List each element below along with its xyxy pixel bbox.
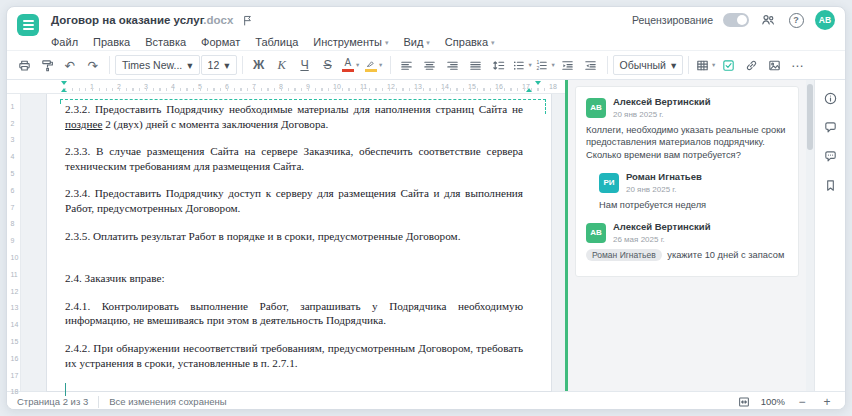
redo-button[interactable]: ↷	[82, 54, 104, 76]
paragraph[interactable]: 2.4.2. При обнаружении несоответствий тр…	[65, 341, 523, 370]
underline-button[interactable]: Ч	[294, 54, 316, 76]
right-indent-marker[interactable]	[526, 88, 532, 92]
scrollbar-thumb[interactable]	[807, 84, 813, 150]
paragraph[interactable]: 2.3.4. Предоставить Подрядчику доступ к …	[65, 186, 523, 215]
ruler-number: 5	[198, 83, 202, 90]
comment-item[interactable]: АВАлексей Вертинский26 мая 2025 г.Роман …	[586, 222, 788, 261]
insert-table-button[interactable]: ▾	[694, 54, 716, 76]
italic-button[interactable]: К	[271, 54, 293, 76]
right-sidebar-strip	[814, 80, 845, 391]
font-family-select[interactable]: Times New...▾	[115, 55, 200, 75]
menu-table[interactable]: Таблица	[255, 36, 298, 48]
align-center-button[interactable]	[419, 54, 441, 76]
comment-thread: АВАлексей Вертинский20 янв 2025 г.Коллег…	[575, 86, 799, 277]
more-tools-button[interactable]: ⋯	[786, 54, 808, 76]
print-button[interactable]	[13, 54, 35, 76]
left-indent-marker[interactable]	[61, 88, 67, 92]
text-cursor	[65, 383, 66, 396]
ruler-number: 6	[11, 187, 15, 194]
paragraph[interactable]: 2.3.3. В случае размещения Сайта на серв…	[65, 144, 523, 173]
zoom-level[interactable]: 100%	[761, 396, 785, 407]
ruler-number: 7	[252, 83, 256, 90]
toolbar: ↶ ↷ Times New...▾ 12▾ Ж К Ч S А ▾ ▾	[7, 50, 845, 80]
content-area: 123456789101112131415161718 123456789101…	[7, 80, 845, 391]
insert-link-button[interactable]	[740, 54, 762, 76]
ruler-number: 7	[11, 204, 15, 211]
app-logo-menu-icon[interactable]	[17, 14, 39, 36]
ruler-number: 13	[414, 83, 422, 90]
bullet-list-button[interactable]: ▾	[511, 54, 533, 76]
page-indicator[interactable]: Страница 2 из 3	[17, 396, 88, 407]
bookmark-icon[interactable]	[821, 176, 839, 194]
paragraph[interactable]: 2.3.2. Предоставить Подрядчику необходим…	[65, 102, 523, 131]
zoom-out-button[interactable]: −	[794, 394, 810, 410]
increase-indent-button[interactable]	[580, 54, 602, 76]
ruler-number: 17	[11, 372, 19, 379]
bold-button[interactable]: Ж	[248, 54, 270, 76]
menu-file[interactable]: Файл	[51, 36, 78, 48]
numbered-list-button[interactable]: 12 ▾	[534, 54, 556, 76]
paragraph[interactable]: 2.3.5. Оплатить результат Работ в порядк…	[65, 229, 523, 244]
collaboration-users-icon[interactable]	[759, 11, 777, 29]
menu-view[interactable]: Вид▾	[403, 36, 429, 48]
paragraph-style-select[interactable]: Обычный▾	[613, 55, 684, 75]
ruler-number: 2	[117, 83, 121, 90]
comment-avatar: АВ	[586, 98, 606, 118]
fit-width-icon[interactable]	[736, 394, 752, 410]
favorite-flag-icon[interactable]	[241, 14, 254, 27]
comment-item[interactable]: АВАлексей Вертинский20 янв 2025 г.Коллег…	[586, 97, 788, 161]
strikethrough-button[interactable]: S	[317, 54, 339, 76]
menu-help[interactable]: Справка▾	[445, 36, 495, 48]
comment-author: Роман Игнатьев	[626, 172, 702, 182]
first-line-indent-marker[interactable]	[61, 81, 67, 85]
document-page[interactable]: 2.3.2. Предоставить Подрядчику необходим…	[47, 94, 551, 391]
user-avatar[interactable]: АВ	[815, 10, 835, 30]
menu-format[interactable]: Формат	[201, 36, 240, 48]
menu-edit[interactable]: Правка	[93, 36, 130, 48]
chat-icon[interactable]	[821, 147, 839, 165]
font-color-button[interactable]: А ▾	[340, 54, 362, 76]
zoom-in-button[interactable]: +	[819, 394, 835, 410]
editor-area: 123456789101112131415161718 123456789101…	[7, 80, 565, 391]
align-left-button[interactable]	[396, 54, 418, 76]
help-icon[interactable]: ?	[787, 11, 805, 29]
decrease-indent-button[interactable]	[557, 54, 579, 76]
paragraph[interactable]: 2.4.1. Контролировать выполнение Работ, …	[65, 299, 523, 328]
ruler-number: 12	[11, 288, 19, 295]
ruler-number: 9	[306, 83, 310, 90]
vertical-scrollbar[interactable]	[806, 80, 814, 391]
ruler-number: 13	[11, 304, 19, 311]
document-title: Договор на оказание услуг.docx	[51, 14, 233, 26]
mention-chip[interactable]: Роман Игнатьев	[586, 249, 662, 261]
align-right-button[interactable]	[442, 54, 464, 76]
review-toggle[interactable]	[723, 13, 749, 27]
copy-style-button[interactable]	[36, 54, 58, 76]
tab-stop-marker[interactable]	[535, 81, 541, 85]
ruler-number: 16	[495, 83, 503, 90]
horizontal-ruler[interactable]: 123456789101112131415161718	[7, 80, 565, 94]
ruler-number: 4	[11, 153, 15, 160]
menu-insert[interactable]: Вставка	[145, 36, 186, 48]
ruler-number: 1	[90, 83, 94, 90]
font-size-select[interactable]: 12▾	[201, 55, 237, 75]
menu-tools[interactable]: Инструменты▾	[313, 36, 388, 48]
toggle-knob	[737, 15, 747, 25]
comment-item[interactable]: РИРоман Игнатьев20 янв 2025 г.Нам потреб…	[586, 172, 788, 211]
paragraph[interactable]: 2.4. Заказчик вправе:	[65, 271, 523, 286]
vertical-ruler[interactable]: 123456789101112131415161718	[7, 94, 21, 391]
highlight-color-swatch	[365, 69, 377, 72]
comments-icon[interactable]	[821, 118, 839, 136]
ruler-number: 15	[468, 83, 476, 90]
ruler-number: 18	[11, 388, 19, 395]
ruler-number: 18	[549, 83, 557, 90]
align-justify-button[interactable]	[465, 54, 487, 76]
highlight-color-button[interactable]: ▾	[363, 54, 385, 76]
line-spacing-button[interactable]	[488, 54, 510, 76]
insert-image-button[interactable]	[763, 54, 785, 76]
comment-author: Алексей Вертинский	[613, 222, 711, 232]
checkbox-button[interactable]	[717, 54, 739, 76]
comment-date: 26 мая 2025 г.	[613, 235, 711, 244]
info-icon[interactable]	[821, 89, 839, 107]
ruler-number: 3	[11, 136, 15, 143]
undo-button[interactable]: ↶	[59, 54, 81, 76]
